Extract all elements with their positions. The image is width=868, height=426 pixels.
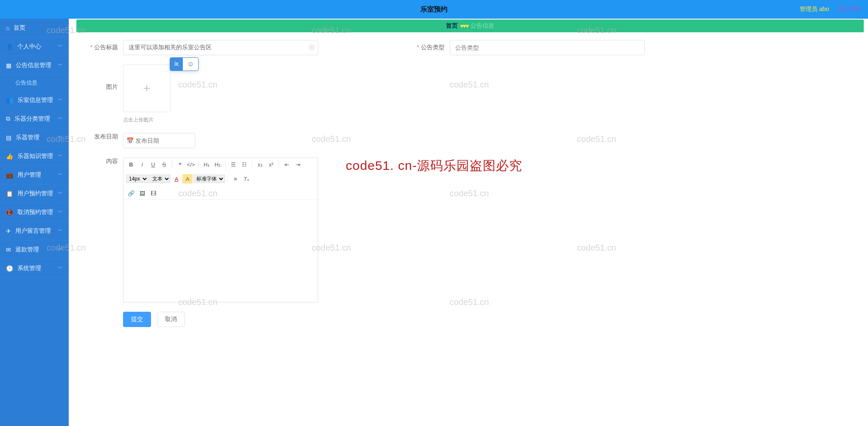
calendar-icon: 📅: [126, 137, 134, 144]
chevron-down-icon: ﹀: [58, 43, 63, 50]
sidebar-item-label: 乐器管理: [16, 134, 39, 141]
h1-icon[interactable]: H₁: [202, 160, 212, 169]
sidebar-item-label: 乐器知识管理: [17, 152, 53, 160]
image-icon[interactable]: 🖼: [137, 189, 147, 198]
chevron-down-icon: ﹀: [58, 227, 63, 234]
bg-color-icon[interactable]: A: [182, 174, 193, 183]
top-bar: 乐室预约 管理员 abo 退出登录: [0, 0, 868, 19]
sidebar-item-label: 乐器分类管理: [14, 115, 50, 123]
sidebar-item-refund[interactable]: ✉退款管理﹀: [0, 240, 69, 259]
italic-icon[interactable]: I: [137, 160, 147, 169]
ime-popup: ix ☺: [170, 57, 199, 71]
sidebar-item-cancel-reserve[interactable]: 📵取消预约管理﹀: [0, 203, 69, 222]
code-icon[interactable]: </>: [186, 160, 196, 169]
link-icon[interactable]: 🔗: [126, 189, 136, 198]
breadcrumb-home[interactable]: 首页: [446, 22, 458, 30]
sidebar-item-label: 取消预约管理: [17, 209, 53, 216]
strike-icon[interactable]: S: [159, 160, 169, 169]
title-input[interactable]: [123, 40, 318, 55]
title-label: 公告标题: [76, 44, 123, 51]
sidebar-item-label: 公告信息: [15, 79, 37, 87]
font-color-icon[interactable]: A: [171, 174, 182, 183]
sidebar: ⌂首页 👤个人中心﹀ ▦公告信息管理﹀ 公告信息 👥乐室信息管理﹀ ⧉乐器分类管…: [0, 19, 69, 426]
copy-icon: ⧉: [6, 115, 10, 122]
user-icon: 👤: [6, 43, 13, 50]
editor-body[interactable]: [123, 200, 318, 302]
sidebar-item-instrument-category[interactable]: ⧉乐器分类管理﹀: [0, 110, 69, 128]
chevron-down-icon: ﹀: [58, 190, 63, 197]
breadcrumb-current: 公告信息: [470, 22, 494, 30]
home-icon: ⌂: [6, 25, 9, 31]
sidebar-item-label: 用户留言管理: [15, 227, 51, 235]
top-user[interactable]: 管理员 abo: [800, 6, 829, 13]
emoji-icon[interactable]: ☺: [183, 58, 198, 71]
ime-text[interactable]: ix: [170, 58, 183, 71]
h2-icon[interactable]: H₂: [213, 160, 223, 169]
submit-button[interactable]: 提交: [123, 312, 151, 327]
cancel-button[interactable]: 取消: [157, 312, 185, 327]
align-select[interactable]: ≡: [230, 174, 241, 183]
sidebar-item-label: 首页: [14, 24, 25, 32]
sidebar-item-label: 系统管理: [17, 265, 41, 272]
superscript-icon[interactable]: x²: [266, 160, 276, 169]
sidebar-item-instrument[interactable]: ▤乐器管理﹀: [0, 128, 69, 147]
chevron-down-icon: ﹀: [58, 134, 63, 141]
list-icon: ▤: [6, 134, 11, 141]
sidebar-item-system[interactable]: 🕓系统管理﹀: [0, 259, 69, 278]
image-label: 图片: [76, 65, 123, 91]
main: 首页 ♥♥♥ 公告信息 公告标题 ⓧ 公告类型 图片: [69, 19, 868, 426]
exit-link[interactable]: 退出登录: [837, 6, 861, 13]
chevron-down-icon: ﹀: [58, 209, 63, 216]
sidebar-item-label: 公告信息管理: [16, 62, 51, 69]
rich-editor: B I U S ❝ </> H₁ H₂ ☰ ☷ x₂: [123, 158, 318, 302]
ordered-list-icon[interactable]: ☰: [228, 160, 238, 169]
type-select[interactable]: [450, 40, 645, 55]
phone-icon: 📵: [6, 209, 13, 216]
form: 公告标题 ⓧ 公告类型 图片 + 点击上传图片: [76, 40, 868, 327]
sidebar-item-label: 退款管理: [15, 246, 39, 254]
chevron-down-icon: ﹀: [58, 171, 63, 178]
indent-icon[interactable]: ⇥: [293, 160, 303, 169]
content-label: 内容: [76, 158, 123, 165]
breadcrumb: 首页 ♥♥♥ 公告信息: [76, 20, 864, 32]
grid-icon: ▦: [6, 62, 11, 69]
chevron-down-icon: ﹀: [58, 62, 63, 69]
underline-icon[interactable]: U: [148, 160, 158, 169]
chevron-down-icon: ﹀: [58, 115, 63, 122]
envelope-icon: ✉: [6, 246, 11, 253]
sidebar-item-room[interactable]: 👥乐室信息管理﹀: [0, 91, 69, 110]
upload-box[interactable]: +: [123, 65, 171, 112]
clock-icon: 🕓: [6, 265, 13, 272]
thumb-icon: 👍: [6, 153, 13, 160]
briefcase-icon: 💼: [6, 172, 13, 178]
sidebar-item-knowledge[interactable]: 👍乐器知识管理﹀: [0, 147, 69, 166]
sidebar-item-profile[interactable]: 👤个人中心﹀: [0, 37, 69, 56]
video-icon[interactable]: 🎞: [148, 189, 158, 198]
outdent-icon[interactable]: ⇤: [282, 160, 292, 169]
sidebar-item-label: 用户管理: [17, 171, 41, 179]
editor-toolbar: B I U S ❝ </> H₁ H₂ ☰ ☷ x₂: [123, 158, 318, 200]
chevron-down-icon: ﹀: [58, 96, 63, 104]
users-icon: 👥: [6, 97, 13, 104]
subscript-icon[interactable]: x₂: [255, 160, 265, 169]
date-input[interactable]: [123, 133, 195, 148]
sidebar-sub-announcement-info[interactable]: 公告信息: [0, 75, 69, 91]
fontfamily-select[interactable]: 标准字体: [193, 175, 225, 183]
fontsize-select[interactable]: 14px: [126, 175, 148, 183]
clear-icon[interactable]: ⓧ: [309, 44, 315, 51]
clear-format-icon[interactable]: Tₓ: [241, 174, 252, 183]
bold-icon[interactable]: B: [126, 160, 136, 169]
unordered-list-icon[interactable]: ☷: [239, 160, 249, 169]
upload-tip: 点击上传图片: [123, 116, 171, 124]
sidebar-item-label: 用户预约管理: [17, 190, 53, 197]
sidebar-item-user-manage[interactable]: 💼用户管理﹀: [0, 166, 69, 184]
date-label: 发布日期: [76, 133, 123, 141]
quote-icon[interactable]: ❝: [175, 160, 185, 169]
sidebar-item-home[interactable]: ⌂首页: [0, 19, 69, 37]
textstyle-select[interactable]: 文本: [149, 175, 171, 183]
sidebar-item-user-message[interactable]: ✈用户留言管理﹀: [0, 222, 69, 240]
sidebar-item-announcement[interactable]: ▦公告信息管理﹀: [0, 56, 69, 75]
sidebar-item-user-reserve[interactable]: 📋用户预约管理﹀: [0, 184, 69, 203]
hearts-icon: ♥♥♥: [460, 23, 468, 29]
clipboard-icon: 📋: [6, 190, 13, 197]
